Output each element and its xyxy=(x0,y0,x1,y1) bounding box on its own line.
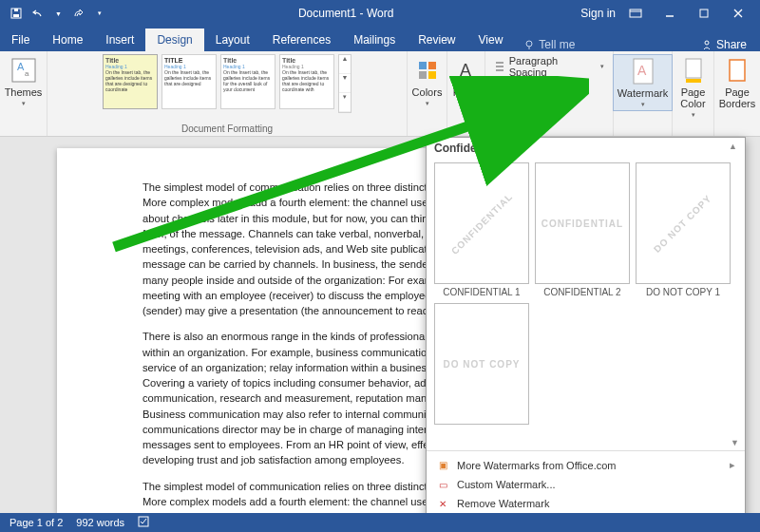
scroll-up-icon[interactable]: ▲ xyxy=(729,142,737,155)
svg-rect-3 xyxy=(630,10,641,17)
tab-references[interactable]: References xyxy=(261,28,342,51)
window-title: Document1 - Word xyxy=(111,7,580,20)
colors-button[interactable]: Colors▾ xyxy=(408,54,446,109)
svg-rect-26 xyxy=(686,59,701,78)
page-color-button[interactable]: Page Color▾ xyxy=(676,54,711,121)
signin-link[interactable]: Sign in xyxy=(580,7,616,20)
paragraph-spacing-button[interactable]: Paragraph Spacing▾ xyxy=(491,54,607,79)
page-borders-button[interactable]: Page Borders xyxy=(715,54,760,111)
watermark-icon: A xyxy=(630,57,656,86)
page-icon: ▭ xyxy=(436,480,449,490)
tab-design[interactable]: Design xyxy=(145,28,203,51)
gallery-scroll[interactable]: ▲▼▾ xyxy=(338,54,352,113)
lightbulb-icon xyxy=(523,39,535,50)
svg-point-9 xyxy=(526,41,532,47)
svg-rect-27 xyxy=(686,79,701,83)
spellcheck-icon[interactable] xyxy=(138,516,151,529)
share-button[interactable]: Share xyxy=(701,38,760,51)
remove-watermark-menu-item[interactable]: ✕Remove Watermark xyxy=(427,494,745,513)
tell-me-search[interactable]: Tell me xyxy=(514,38,584,51)
svg-point-11 xyxy=(705,41,709,45)
group-label: Document Formatting xyxy=(181,124,273,134)
ribbon-tabs: File Home Insert Design Layout Reference… xyxy=(0,27,760,51)
theme-preset[interactable]: TitleHeading 1On the Insert tab, the gal… xyxy=(103,54,158,109)
watermark-tile-donotcopy-1[interactable]: DO NOT COPY DO NOT COPY 1 xyxy=(636,162,731,297)
svg-text:A: A xyxy=(460,61,471,80)
watermark-button[interactable]: AWatermark▾ xyxy=(613,54,673,111)
page-borders-icon xyxy=(724,56,750,85)
ribbon-display-icon[interactable] xyxy=(621,4,650,23)
ribbon: Aa Themes ▾ TitleHeading 1On the Insert … xyxy=(0,51,760,137)
save-icon[interactable] xyxy=(10,7,23,20)
tab-mailings[interactable]: Mailings xyxy=(342,28,407,51)
svg-rect-2 xyxy=(14,9,18,11)
tab-home[interactable]: Home xyxy=(41,28,94,51)
checkmark-icon xyxy=(494,97,505,108)
paragraph-spacing-icon xyxy=(494,61,505,72)
tab-insert[interactable]: Insert xyxy=(94,28,145,51)
document-formatting-gallery[interactable]: TitleHeading 1On the Insert tab, the gal… xyxy=(103,54,352,113)
more-watermarks-menu-item[interactable]: ▣More Watermarks from Office.com▸ xyxy=(427,455,745,475)
effects-button[interactable]: Effects▾ xyxy=(491,81,607,94)
remove-icon: ✕ xyxy=(436,499,449,509)
tab-layout[interactable]: Layout xyxy=(204,28,261,51)
themes-icon: Aa xyxy=(10,56,37,85)
watermark-tile-confidential-2[interactable]: CONFIDENTIAL CONFIDENTIAL 2 xyxy=(535,162,630,297)
custom-watermark-menu-item[interactable]: ▭Custom Watermark... xyxy=(427,475,745,494)
svg-rect-15 xyxy=(419,62,427,69)
svg-point-23 xyxy=(496,84,504,91)
tab-file[interactable]: File xyxy=(0,28,41,51)
effects-icon xyxy=(494,82,505,93)
scroll-down-icon[interactable]: ▼ xyxy=(731,438,739,447)
set-default-button[interactable]: Set as Default xyxy=(491,96,607,109)
fonts-button[interactable]: AFonts▾ xyxy=(449,54,484,109)
undo-icon[interactable] xyxy=(32,7,46,20)
maximize-icon[interactable] xyxy=(690,4,718,23)
status-words[interactable]: 992 words xyxy=(76,517,124,528)
svg-rect-6 xyxy=(700,10,708,17)
watermark-tile-confidential-1[interactable]: CONFIDENTIAL CONFIDENTIAL 1 xyxy=(434,162,529,297)
office-icon: ▣ xyxy=(436,460,449,470)
svg-rect-16 xyxy=(428,62,436,69)
watermark-gallery-panel: Confidential ▲ CONFIDENTIAL CONFIDENTIAL… xyxy=(426,137,746,532)
theme-preset[interactable]: TitleHeading 1On the Insert tab, the gal… xyxy=(279,54,334,109)
minimize-icon[interactable] xyxy=(656,4,684,23)
svg-rect-18 xyxy=(428,71,436,79)
status-page[interactable]: Page 1 of 2 xyxy=(10,517,63,528)
svg-rect-1 xyxy=(13,14,19,17)
theme-preset[interactable]: TitleHeading 1On the Insert tab, the gal… xyxy=(220,54,276,109)
watermark-section-label: Confidential xyxy=(434,142,500,155)
svg-rect-17 xyxy=(419,71,427,79)
tab-review[interactable]: Review xyxy=(407,28,466,51)
status-bar: Page 1 of 2 992 words xyxy=(0,513,760,532)
close-icon[interactable] xyxy=(724,4,752,23)
undo-dropdown-icon[interactable]: ▼ xyxy=(55,10,62,17)
page-color-icon xyxy=(680,56,707,85)
fonts-icon: A xyxy=(453,56,480,85)
redo-icon[interactable] xyxy=(71,7,85,20)
share-icon xyxy=(701,39,712,50)
title-bar: ▼ ▾ Document1 - Word Sign in xyxy=(0,0,760,27)
svg-text:A: A xyxy=(17,61,25,72)
watermark-tile-donotcopy-2[interactable]: DO NOT COPY xyxy=(434,303,529,428)
tab-view[interactable]: View xyxy=(467,28,515,51)
theme-preset[interactable]: TITLEHeading 1On the Insert tab, the gal… xyxy=(162,54,217,109)
svg-rect-28 xyxy=(730,60,745,81)
themes-button[interactable]: Aa Themes ▾ xyxy=(1,54,47,109)
svg-text:a: a xyxy=(25,69,29,78)
colors-icon xyxy=(414,56,441,85)
svg-text:A: A xyxy=(637,63,647,78)
qat-customize-icon[interactable]: ▾ xyxy=(98,10,102,17)
